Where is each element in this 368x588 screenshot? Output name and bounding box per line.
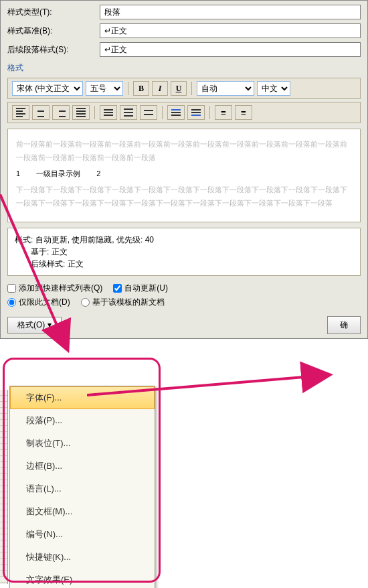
only-this-doc-radio[interactable]: 仅限此文档(D) <box>7 297 70 308</box>
font-color-select[interactable]: 自动 <box>197 81 254 96</box>
menu-numbering[interactable]: 编号(N)... <box>10 523 155 546</box>
bold-button[interactable]: B <box>133 81 149 96</box>
preview-after-text: 下一段落下一段落下一段落下一段落下一段落下一段落下一段落下一段落下一段落下一段落… <box>16 183 352 210</box>
style-type-label: 样式类型(T): <box>7 7 94 18</box>
align-center-button[interactable] <box>32 105 50 120</box>
spacing-2-button[interactable] <box>140 105 157 120</box>
decrease-indent-button[interactable]: ≡ <box>215 105 232 120</box>
menu-font[interactable]: 字体(F)... <box>10 386 155 409</box>
menu-tabs[interactable]: 制表位(T)... <box>10 432 155 455</box>
format-dropdown-menu: 字体(F)... 段落(P)... 制表位(T)... 边框(B)... 语言(… <box>9 386 155 588</box>
based-on-template-radio[interactable]: 基于该模板的新文档 <box>81 297 165 308</box>
decrease-before-button[interactable] <box>187 105 205 120</box>
lang-select[interactable]: 中文 <box>257 81 290 96</box>
follow-style-field[interactable] <box>100 42 361 57</box>
menu-texteffect[interactable]: 文字效果(E)... <box>10 569 155 588</box>
menu-border[interactable]: 边框(B)... <box>10 455 155 477</box>
ok-button[interactable]: 确 <box>327 316 361 334</box>
style-base-field[interactable] <box>100 23 361 38</box>
spacing-15-button[interactable] <box>120 105 137 120</box>
menu-shortcut[interactable]: 快捷键(K)... <box>10 546 155 569</box>
preview-content-line: 1一级目录示例2 <box>16 167 352 180</box>
preview-before-text: 前一段落前一段落前一段落前一段落前一段落前一段落前一段落前一段落前一段落前一段落… <box>16 137 352 164</box>
paragraph-toolbar: ≡ ≡ <box>7 102 361 123</box>
italic-button[interactable]: I <box>152 81 168 96</box>
align-right-button[interactable] <box>52 105 70 120</box>
spacing-1-button[interactable] <box>100 105 117 120</box>
underline-button[interactable]: U <box>171 81 187 96</box>
vertical-ruler <box>0 390 8 584</box>
format-section-title: 格式 <box>7 62 361 74</box>
menu-frame[interactable]: 图文框(M)... <box>10 500 155 523</box>
font-family-select[interactable]: 宋体 (中文正文 <box>12 81 83 96</box>
style-base-label: 样式基准(B): <box>7 25 94 37</box>
font-toolbar: 宋体 (中文正文 五号 B I U 自动 中文 <box>7 78 361 99</box>
menu-language[interactable]: 语言(L)... <box>10 477 155 500</box>
align-justify-button[interactable] <box>72 105 90 120</box>
increase-indent-button[interactable]: ≡ <box>235 105 252 120</box>
style-preview: 前一段落前一段落前一段落前一段落前一段落前一段落前一段落前一段落前一段落前一段落… <box>7 129 361 222</box>
format-dropdown-button[interactable]: 格式(O) ▾ <box>7 317 62 334</box>
auto-update-checkbox[interactable]: 自动更新(U) <box>113 283 168 294</box>
style-type-field[interactable] <box>100 5 361 19</box>
add-quicklist-checkbox[interactable]: 添加到快速样式列表(Q) <box>7 283 102 294</box>
font-size-select[interactable]: 五号 <box>86 81 123 96</box>
increase-before-button[interactable] <box>167 105 185 120</box>
follow-style-label: 后续段落样式(S): <box>7 44 94 56</box>
menu-paragraph[interactable]: 段落(P)... <box>10 409 155 432</box>
align-left-button[interactable] <box>12 105 29 120</box>
style-info-box: 样式: 自动更新, 使用前隐藏, 优先级: 40 基于: 正文 后续样式: 正文 <box>7 228 361 276</box>
